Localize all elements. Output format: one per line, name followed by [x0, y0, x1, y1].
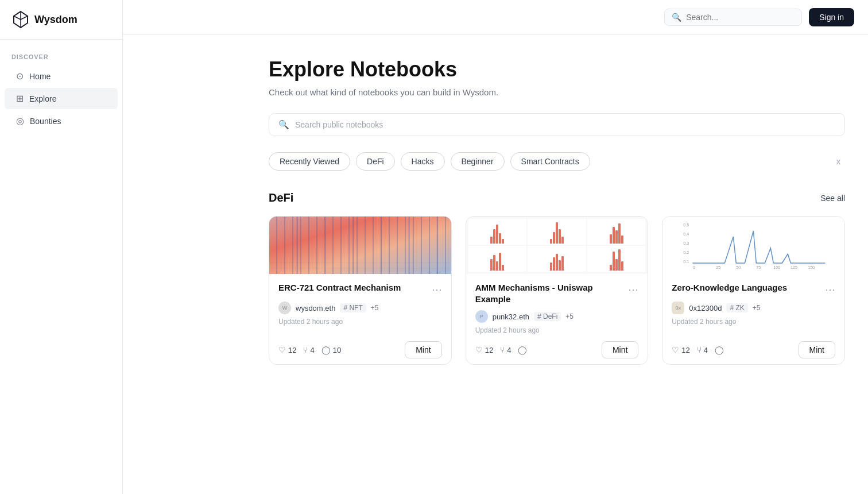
card-erc721-likes: ♡ 12 [278, 345, 296, 354]
card-erc721-updated: Updated 2 hours ago [278, 318, 442, 326]
search-icon: 🔍 [672, 13, 681, 22]
card-zk-avatar: 0x [672, 302, 684, 314]
card-zk-menu[interactable]: ⋯ [825, 283, 835, 296]
card-amm-likes-count: 12 [485, 346, 493, 354]
card-zk-forks-count: 4 [704, 346, 708, 354]
svg-text:0.2: 0.2 [684, 250, 689, 254]
page-subtitle: Check out what kind of notebooks you can… [269, 87, 845, 97]
card-zk-title: Zero-Knowledge Languages [672, 282, 787, 294]
header-search-input[interactable] [686, 13, 795, 22]
main-content: Explore Notebooks Check out what kind of… [246, 34, 868, 494]
card-erc721-body: ERC-721 Contract Mechanism ⋯ W wysdom.et… [269, 274, 451, 364]
svg-text:150: 150 [808, 265, 815, 269]
tag-hacks[interactable]: Hacks [401, 152, 445, 171]
sidebar-item-home-label: Home [29, 72, 51, 81]
tags-row: Recently Viewed DeFi Hacks Beginner Smar… [269, 152, 845, 171]
card-amm-footer: ♡ 12 ⑂ 4 ◯ Mint [475, 341, 639, 358]
hist-bar [561, 256, 564, 271]
sidebar-item-explore[interactable]: ⊞ Explore [5, 88, 118, 109]
comment-icon: ◯ [715, 345, 724, 354]
fork-icon: ⑂ [697, 345, 702, 354]
heart-icon: ♡ [278, 345, 286, 354]
card-amm-comments: ◯ [518, 345, 527, 354]
tag-beginner[interactable]: Beginner [451, 152, 505, 171]
sidebar-item-bounties[interactable]: ◎ Bounties [5, 110, 118, 132]
card-amm-tag-count: +5 [565, 312, 574, 321]
tag-smart-contracts[interactable]: Smart Contracts [510, 152, 590, 171]
hist-bar [615, 230, 618, 244]
card-amm-body: AMM Mechanisms - Uniswap Example ⋯ P pun… [466, 274, 648, 364]
heart-icon: ♡ [475, 345, 483, 354]
main-search-input[interactable] [295, 120, 835, 129]
hist-bar [613, 252, 615, 271]
svg-rect-2 [269, 217, 451, 274]
card-amm-title: AMM Mechanisms - Uniswap Example [475, 282, 624, 304]
card-zk-likes: ♡ 12 [672, 345, 689, 354]
card-erc721-stats: ♡ 12 ⑂ 4 ◯ 10 [278, 345, 341, 354]
card-amm-menu[interactable]: ⋯ [628, 283, 638, 296]
card-amm-updated: Updated 2 hours ago [475, 326, 639, 334]
svg-text:50: 50 [737, 265, 741, 269]
comment-icon: ◯ [518, 345, 527, 354]
hist-bar [615, 259, 618, 271]
card-erc721-title-row: ERC-721 Contract Mechanism ⋯ [278, 282, 442, 296]
hist-bar [621, 236, 623, 244]
card-zk-comments: ◯ [715, 345, 724, 354]
sidebar-item-bounties-label: Bounties [30, 117, 61, 126]
linechart-visual: 0.5 0.4 0.3 0.2 0.1 0 25 50 75 100 125 1… [662, 217, 844, 274]
svg-text:0: 0 [693, 265, 696, 269]
card-erc721-mint-button[interactable]: Mint [405, 341, 441, 358]
hist-bar [618, 223, 621, 244]
card-amm-mint-button[interactable]: Mint [602, 341, 638, 358]
card-erc721-menu[interactable]: ⋯ [432, 283, 442, 296]
hist-bar [613, 227, 615, 244]
hist-cell-2 [528, 219, 586, 245]
hist-cell-3 [587, 219, 646, 245]
card-erc721: ERC-721 Contract Mechanism ⋯ W wysdom.et… [269, 216, 452, 365]
svg-text:0.1: 0.1 [684, 260, 689, 264]
tag-recently-viewed[interactable]: Recently Viewed [269, 152, 350, 171]
card-erc721-thumb [269, 217, 451, 274]
card-erc721-author-row: W wysdom.eth # NFT +5 [278, 302, 442, 314]
main-search-icon: 🔍 [278, 119, 289, 130]
svg-text:25: 25 [716, 265, 721, 269]
sidebar-item-home[interactable]: ⊙ Home [5, 65, 118, 87]
tag-defi[interactable]: DeFi [356, 152, 395, 171]
svg-text:0.3: 0.3 [684, 241, 689, 245]
tags-dismiss[interactable]: x [832, 155, 845, 168]
explore-icon: ⊞ [16, 93, 24, 104]
card-zk-likes-count: 12 [681, 346, 689, 354]
heart-icon: ♡ [672, 345, 679, 354]
card-erc721-forks: ⑂ 4 [303, 345, 314, 354]
card-zk-mint-button[interactable]: Mint [799, 341, 835, 358]
signin-button[interactable]: Sign in [809, 8, 854, 26]
card-amm-author-row: P punk32.eth # DeFi +5 [475, 310, 639, 323]
hist-bar [490, 237, 493, 244]
app-name: Wysdom [34, 14, 78, 26]
svg-text:125: 125 [791, 265, 798, 269]
hist-bar [550, 239, 552, 244]
card-zk-author-row: 0x 0x12300d # ZK +5 [672, 302, 835, 314]
sidebar-item-explore-label: Explore [29, 94, 56, 103]
card-zk-thumb: 0.5 0.4 0.3 0.2 0.1 0 25 50 75 100 125 1… [662, 217, 844, 274]
header: 🔍 Sign in [123, 0, 868, 34]
hist-bar [496, 261, 498, 271]
hist-cell-5 [528, 246, 586, 272]
hist-bar [610, 265, 612, 271]
header-search[interactable]: 🔍 [664, 9, 802, 26]
hist-bar [499, 253, 501, 271]
main-search[interactable]: 🔍 [269, 113, 845, 136]
card-zk-stats: ♡ 12 ⑂ 4 ◯ [672, 345, 724, 354]
card-erc721-title: ERC-721 Contract Mechanism [278, 282, 401, 294]
defi-see-all[interactable]: See all [820, 194, 845, 203]
card-amm-tag: # DeFi [534, 312, 561, 321]
card-amm: AMM Mechanisms - Uniswap Example ⋯ P pun… [466, 216, 649, 365]
hist-bar [550, 263, 552, 271]
card-zk: 0.5 0.4 0.3 0.2 0.1 0 25 50 75 100 125 1… [662, 216, 845, 365]
hist-bar [561, 237, 564, 244]
card-zk-updated: Updated 2 hours ago [672, 318, 835, 326]
card-zk-author: 0x12300d [689, 304, 722, 312]
fork-icon: ⑂ [500, 345, 505, 354]
card-zk-footer: ♡ 12 ⑂ 4 ◯ Mint [672, 341, 835, 358]
hist-bar [618, 249, 621, 271]
